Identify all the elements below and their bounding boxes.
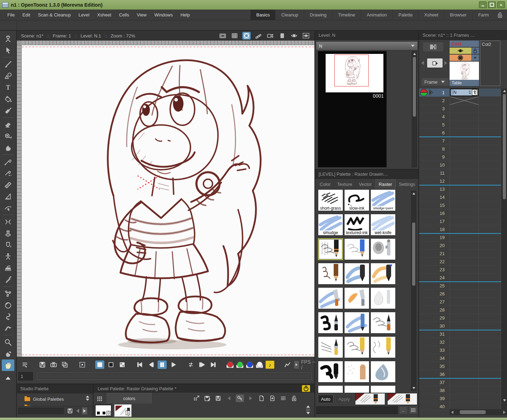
frame-number[interactable]: 16 (419, 209, 450, 217)
fill-tool[interactable] (2, 93, 14, 105)
column1-thumbnail[interactable] (450, 62, 479, 80)
current-frame-field[interactable]: 1 (18, 372, 33, 380)
col1-cell[interactable] (450, 274, 479, 282)
xsheet-row-21[interactable]: 21 (419, 250, 501, 258)
xsheet-vertical-scrollbar[interactable] (501, 89, 507, 411)
col1-cell[interactable] (450, 137, 479, 145)
frame-number[interactable]: 37 (419, 378, 450, 386)
xsheet-row-35[interactable]: 35 (419, 362, 501, 370)
bg-checker-button[interactable] (118, 360, 127, 369)
frame-number[interactable]: 7 (419, 137, 450, 145)
playback-marker-icon[interactable] (429, 89, 434, 97)
brush-brush-yellow[interactable] (318, 336, 343, 358)
compare-button[interactable] (60, 360, 69, 369)
menu-windows[interactable]: Windows (151, 12, 177, 18)
brush-cut-b[interactable] (344, 385, 369, 393)
col2-cell[interactable] (479, 201, 501, 209)
new-page-button[interactable] (257, 394, 266, 402)
room-tab-xsheet[interactable]: Xsheet (418, 10, 444, 20)
style-name-field[interactable] (316, 406, 398, 414)
brush-textured-ink[interactable]: textured-ink (344, 214, 369, 236)
freeze-icon[interactable] (278, 32, 286, 40)
studio-palette-title[interactable]: Studio Palette (17, 384, 93, 393)
brush-knife-blue[interactable] (318, 287, 343, 309)
room-tab-drawing[interactable]: Drawing (304, 10, 332, 20)
col2-cell[interactable] (479, 169, 501, 177)
title-bar[interactable]: n1 : OpenToonz 1.3.0 (Morevna Edition) × (0, 0, 507, 10)
studio-folder-global-palettes[interactable]: Global Palettes (17, 395, 93, 403)
menu-scan-cleanup[interactable]: Scan & Cleanup (34, 12, 75, 18)
scroll-up-icon[interactable] (306, 405, 310, 408)
save-button[interactable] (38, 360, 47, 369)
col1-cell[interactable] (450, 233, 479, 241)
brush-cut-c[interactable] (370, 385, 396, 393)
col1-cell[interactable] (450, 322, 479, 330)
brush-pencil-yellow[interactable] (344, 336, 369, 358)
col1-cell[interactable] (450, 161, 479, 169)
studio-palette-spinner[interactable] (86, 396, 89, 401)
xsheet-row-22[interactable]: 22 (419, 258, 501, 266)
palette-tab-texture[interactable]: Texture (334, 180, 356, 189)
hand-tool[interactable] (2, 359, 14, 371)
menu-cells[interactable]: Cells (115, 12, 133, 18)
col1-cell[interactable] (450, 250, 479, 258)
col1-cell[interactable] (450, 258, 479, 266)
subcam-preview-icon[interactable] (302, 32, 310, 40)
col2-cell[interactable] (479, 177, 501, 185)
palette-style-0[interactable]: 0 (95, 405, 112, 416)
room-tab-cleanup[interactable]: Cleanup (275, 10, 304, 20)
bg-black-button[interactable] (106, 360, 116, 369)
column1-header[interactable]: Col1 (450, 41, 479, 47)
spin-down-icon[interactable] (86, 399, 89, 401)
key-style-button[interactable] (236, 394, 244, 402)
palette-tab-vector[interactable]: Vector (356, 180, 375, 189)
brush-grid-scrollbar[interactable] (411, 191, 416, 391)
brush-pencil-black[interactable] (318, 238, 343, 260)
tape-tool[interactable] (2, 130, 14, 142)
col2-cell[interactable] (479, 89, 501, 97)
level-palette-scrollbar[interactable] (306, 405, 310, 414)
frame-number[interactable]: 32 (419, 338, 450, 346)
frame-number[interactable]: 24 (419, 274, 450, 282)
apply-button[interactable]: Apply (335, 395, 353, 403)
camera-view-icon[interactable] (266, 32, 275, 40)
col2-cell[interactable] (479, 105, 501, 113)
xsheet-row-11[interactable]: 11 (419, 169, 501, 177)
xsheet-row-13[interactable]: 13 (419, 185, 501, 193)
scroll-up-icon[interactable] (411, 191, 416, 196)
frame-number[interactable]: 25 (419, 282, 450, 290)
sound-button[interactable]: ♪ (265, 360, 275, 369)
room-tab-timeline[interactable]: Timeline (332, 10, 361, 20)
pinch-tool[interactable] (2, 216, 14, 227)
frame-number[interactable]: 6 (419, 129, 450, 137)
col2-cell[interactable] (479, 241, 501, 250)
frame-number[interactable]: 27 (419, 298, 450, 306)
style-picker-tool[interactable] (2, 156, 14, 167)
col2-cell[interactable] (479, 258, 501, 266)
frame-number[interactable]: 8 (419, 145, 450, 153)
magnet-tool[interactable] (2, 239, 14, 251)
col2-cell[interactable] (479, 354, 501, 362)
next-style-button[interactable] (246, 394, 255, 402)
column-camstand-toggle[interactable] (450, 55, 471, 61)
frame-number[interactable]: 26 (419, 290, 450, 298)
xsheet-horizontal-scrollbar[interactable] (450, 409, 507, 415)
frame-slider[interactable] (37, 373, 312, 380)
col1-cell[interactable] (450, 386, 479, 394)
view-3d-icon[interactable] (254, 32, 263, 40)
col1-cell[interactable] (450, 113, 479, 121)
frame-number[interactable]: 40 (419, 402, 450, 411)
frame-number[interactable]: 4 (419, 113, 450, 121)
col1-cell[interactable] (450, 354, 479, 362)
xsheet-row-6[interactable]: 6 (419, 129, 501, 137)
geometric-tool[interactable] (2, 70, 14, 82)
xsheet-row-32[interactable]: 32 (419, 338, 501, 346)
col2-cell[interactable] (479, 274, 501, 282)
brush-ink-brush[interactable] (318, 312, 343, 334)
xsheet-row-7[interactable]: 7 (419, 137, 501, 145)
xsheet-row-24[interactable]: 24 (419, 274, 501, 282)
col2-cell[interactable] (479, 306, 501, 314)
rotate-tool[interactable] (2, 348, 14, 359)
level-palette-title-bar[interactable]: Level Palette: Raster Drawing Palette * (93, 384, 314, 393)
xsheet-row-26[interactable]: 26 (419, 290, 501, 298)
